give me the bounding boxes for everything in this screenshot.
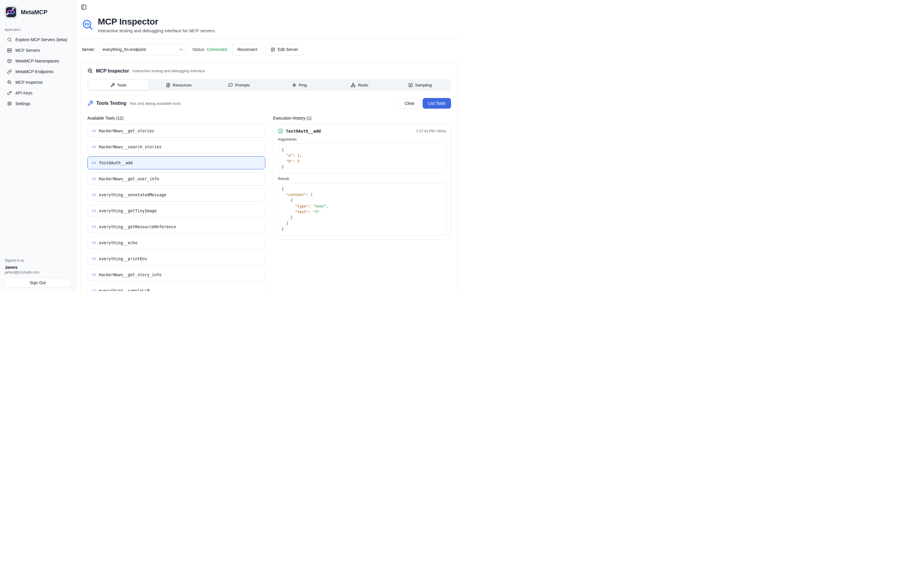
app-window: MetaMCP Application Explore MCP Servers … <box>0 0 462 291</box>
sidebar-item-explore-mcp-servers[interactable]: Explore MCP Servers (beta) <box>5 35 71 45</box>
inspector-card-header: MCP Inspector Interactive testing and de… <box>87 68 451 74</box>
tool-name: everything__getTinyImage <box>99 208 157 213</box>
code-icon <box>92 193 96 197</box>
tool-name: everything__sampleLLM <box>99 289 150 291</box>
sidebar-toggle-button[interactable] <box>81 4 87 11</box>
tool-name: everything__echo <box>99 241 137 245</box>
status-label: Status: <box>192 47 205 52</box>
file-text-icon <box>166 83 170 87</box>
result-label: Result: <box>278 176 446 181</box>
tab-bar: Tools Resources Prompts Ping Roots <box>87 79 451 91</box>
tool-name: HackerNews__get_story_info <box>99 272 162 277</box>
status-group: Status: Connected <box>192 47 227 52</box>
sidebar: MetaMCP Application Explore MCP Servers … <box>0 0 76 291</box>
link-icon <box>7 69 12 74</box>
metamcp-logo-icon <box>5 6 17 18</box>
available-tools-column: Available Tools (12) HackerNews__get_sto… <box>87 116 266 291</box>
code-icon <box>92 257 96 261</box>
sidebar-item-api-keys[interactable]: API Keys <box>5 88 71 98</box>
execution-entry: TestOAuth__add 2:37:44 PM • 80ms Argumen… <box>273 124 451 239</box>
zap-icon <box>292 83 297 87</box>
tool-row[interactable]: everything__echo <box>87 236 266 249</box>
tool-row[interactable]: everything__sampleLLM <box>87 284 266 291</box>
code-icon <box>92 161 96 165</box>
tool-name: HackerNews__get_user_info <box>99 176 159 181</box>
tab-label: Resources <box>173 83 192 87</box>
tool-row[interactable]: everything__getResourceReference <box>87 220 266 233</box>
tool-row[interactable]: HackerNews__search_stories <box>87 140 266 153</box>
inspector-card-title: MCP Inspector <box>96 68 129 74</box>
tool-row-selected[interactable]: TestOAuth__add <box>87 156 266 169</box>
sidebar-item-label: MCP Servers <box>15 48 40 53</box>
tool-row[interactable]: HackerNews__get_stories <box>87 124 266 137</box>
wrench-icon <box>111 83 115 87</box>
sidebar-item-settings[interactable]: Settings <box>5 99 71 108</box>
tab-roots[interactable]: Roots <box>330 80 390 90</box>
sidebar-footer: Signed in as James james@jczstudio.com S… <box>5 254 71 287</box>
tool-row[interactable]: everything__annotatedMessage <box>87 188 266 201</box>
edit-server-label: Edit Server <box>277 47 298 52</box>
edit-server-button[interactable]: Edit Server <box>266 44 303 55</box>
execution-timestamp: 2:37:44 PM • 80ms <box>416 129 446 133</box>
tab-label: Ping <box>299 83 307 87</box>
square-zap-icon <box>408 83 413 87</box>
code-icon <box>92 145 96 149</box>
inspector-icon <box>7 80 12 85</box>
tab-label: Tools <box>117 83 127 87</box>
tool-name: HackerNews__get_stories <box>99 129 154 133</box>
sidebar-item-label: MetaMCP Namespaces <box>15 59 59 63</box>
code-icon <box>92 225 96 229</box>
arguments-code-block: { "a": 1, "b": 2} <box>278 143 446 173</box>
page-title: MCP Inspector <box>98 16 215 26</box>
tools-testing-actions: Clear List Tools <box>399 98 451 109</box>
network-icon <box>351 83 355 87</box>
tool-name: TestOAuth__add <box>99 160 133 165</box>
sign-out-button[interactable]: Sign Out <box>5 278 71 287</box>
tools-testing-header: Tools Testing Test and debug available t… <box>87 98 451 109</box>
header-divider <box>81 38 458 39</box>
wrench-icon <box>87 101 93 106</box>
tools-testing-subtitle: Test and debug available tools <box>129 101 181 106</box>
user-email: james@jczstudio.com <box>5 270 71 274</box>
list-tools-button[interactable]: List Tools <box>422 98 451 109</box>
sidebar-item-metamcp-endpoints[interactable]: MetaMCP Endpoints <box>5 67 71 76</box>
signed-in-label: Signed in as <box>5 259 71 262</box>
tools-testing-title: Tools Testing <box>96 101 127 106</box>
page-subtitle: Interactive testing and debugging interf… <box>98 28 215 33</box>
reconnect-button[interactable]: Reconnect <box>232 44 262 55</box>
server-select-value: everything_hn-endpoint <box>102 47 146 52</box>
key-icon <box>7 91 12 95</box>
tab-sampling[interactable]: Sampling <box>390 80 450 90</box>
tab-resources[interactable]: Resources <box>148 80 209 90</box>
main-content: MCP Inspector Interactive testing and de… <box>76 0 462 291</box>
tool-row[interactable]: everything__getTinyImage <box>87 204 266 217</box>
server-icon <box>7 48 12 53</box>
sidebar-item-mcp-inspector[interactable]: MCP Inspector <box>5 77 71 87</box>
tab-ping[interactable]: Ping <box>269 80 330 90</box>
tab-label: Prompts <box>235 83 250 87</box>
clear-button[interactable]: Clear <box>399 98 419 109</box>
chevron-down-icon <box>179 47 183 52</box>
sidebar-item-metamcp-namespaces[interactable]: MetaMCP Namespaces <box>5 56 71 66</box>
tab-tools[interactable]: Tools <box>88 80 148 90</box>
code-icon <box>92 241 96 245</box>
tools-columns: Available Tools (12) HackerNews__get_sto… <box>87 116 451 291</box>
page-header: MCP Inspector Interactive testing and de… <box>81 16 458 33</box>
server-select[interactable]: everything_hn-endpoint <box>99 44 187 55</box>
message-square-icon <box>228 83 233 87</box>
gear-icon <box>7 101 12 106</box>
tool-row[interactable]: everything__printEnv <box>87 252 266 265</box>
code-icon <box>92 129 96 133</box>
package-icon <box>7 59 12 63</box>
user-name: James <box>5 265 71 270</box>
tool-row[interactable]: HackerNews__get_story_info <box>87 268 266 281</box>
panel-left-icon <box>81 4 87 10</box>
arguments-label: Arguments: <box>278 137 446 142</box>
sidebar-item-mcp-servers[interactable]: MCP Servers <box>5 46 71 55</box>
tool-row[interactable]: HackerNews__get_user_info <box>87 172 266 185</box>
square-pen-icon <box>271 47 275 52</box>
sidebar-section-label: Application <box>5 28 71 31</box>
tool-name: everything__printEnv <box>99 256 147 261</box>
tab-prompts[interactable]: Prompts <box>209 80 269 90</box>
code-icon <box>92 289 96 291</box>
